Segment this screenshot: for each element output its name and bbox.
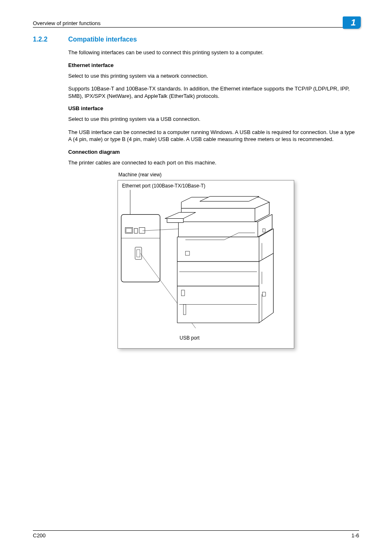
usb-heading: USB interface: [68, 105, 359, 111]
svg-rect-8: [137, 250, 140, 257]
diagram-caption: Machine (rear view): [118, 172, 359, 178]
svg-marker-21: [200, 197, 259, 201]
diagram-heading: Connection diagram: [68, 149, 359, 155]
section-intro: The following interfaces can be used to …: [68, 49, 359, 56]
running-head: Overview of printer functions: [33, 20, 101, 26]
svg-marker-13: [259, 253, 273, 323]
usb-port-label: USB port: [180, 335, 200, 341]
ethernet-heading: Ethernet interface: [68, 62, 359, 68]
page-footer: C200 1-6: [33, 530, 359, 539]
ethernet-p1: Select to use this printing system via a…: [68, 72, 359, 80]
svg-rect-3: [126, 229, 132, 233]
chapter-number-tab: 1: [343, 16, 361, 29]
diagram-intro: The printer cables are connected to each…: [68, 159, 359, 166]
svg-marker-23: [167, 219, 183, 223]
page-header: Overview of printer functions 1: [33, 16, 359, 28]
ethernet-port-label: Ethernet port (100Base-TX/10Base-T): [122, 183, 205, 189]
svg-rect-4: [134, 229, 138, 234]
printer-rear-view-illustration: [118, 189, 294, 338]
ethernet-p2: Supports 10Base-T and 100Base-TX standar…: [68, 85, 359, 99]
svg-rect-5: [139, 228, 145, 234]
section-heading: 1.2.2Compatible interfaces: [33, 36, 359, 43]
usb-p2: The USB interface can be connected to a …: [68, 129, 359, 143]
section-title: Compatible interfaces: [68, 36, 137, 43]
footer-model: C200: [33, 532, 46, 539]
connection-diagram: Ethernet port (100Base-TX/10Base-T): [118, 180, 294, 349]
footer-page-number: 1-6: [351, 532, 359, 539]
usb-p1: Select to use this printing system via a…: [68, 116, 359, 123]
section-number: 1.2.2: [33, 36, 68, 43]
